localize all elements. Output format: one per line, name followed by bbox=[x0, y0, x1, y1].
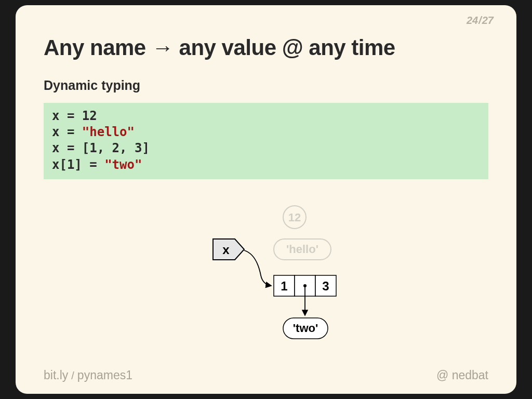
slide: 24/27 Any name → any value @ any time Dy… bbox=[16, 5, 516, 394]
code-block: x = 12 x = "hello" x = [1, 2, 3] x[1] = … bbox=[44, 103, 488, 179]
slide-subtitle: Dynamic typing bbox=[44, 78, 140, 93]
svg-rect-7 bbox=[295, 275, 315, 296]
svg-text:'hello': 'hello' bbox=[286, 243, 318, 256]
page-slash: / bbox=[478, 15, 482, 26]
two-node: 'two' bbox=[283, 318, 328, 339]
name-tag: x bbox=[213, 239, 244, 260]
list-cell-1-dot bbox=[303, 284, 307, 287]
svg-rect-3 bbox=[274, 239, 331, 260]
svg-text:12: 12 bbox=[288, 211, 301, 224]
list-cell-0: 1 bbox=[281, 279, 287, 293]
slide-title: Any name → any value @ any time bbox=[44, 35, 395, 60]
footer-handle[interactable]: @ nedbat bbox=[436, 368, 488, 382]
svg-point-1 bbox=[283, 206, 306, 229]
svg-rect-9 bbox=[283, 318, 328, 339]
page-total: 27 bbox=[482, 15, 494, 26]
list-cell-2: 3 bbox=[322, 279, 329, 293]
svg-rect-6 bbox=[274, 275, 295, 296]
slide-counter: 24/27 bbox=[467, 15, 494, 26]
ghost-str-node: 'hello' bbox=[274, 239, 331, 260]
arrow-x-to-list bbox=[244, 250, 271, 286]
ghost-int-node: 12 bbox=[283, 206, 306, 229]
footer-link[interactable]: bit.ly/pynames1 bbox=[44, 368, 132, 382]
svg-text:x: x bbox=[222, 243, 230, 257]
list-node: 1 3 bbox=[274, 275, 336, 296]
page-current: 24 bbox=[467, 15, 478, 26]
diagram: 12 'hello' x 1 3 'two' bbox=[16, 5, 516, 394]
svg-text:'two': 'two' bbox=[293, 322, 318, 335]
svg-rect-8 bbox=[315, 275, 336, 296]
